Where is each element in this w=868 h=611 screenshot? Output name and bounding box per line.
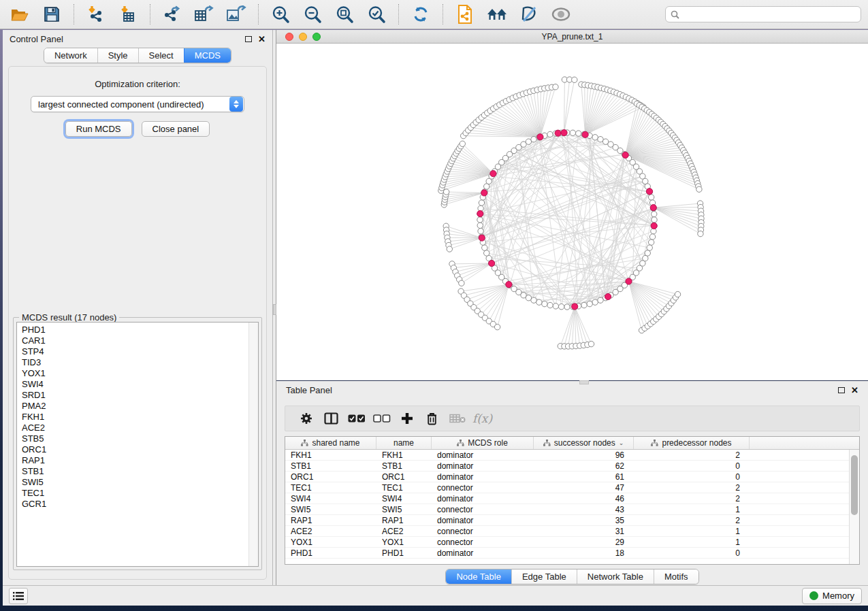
float-panel-icon[interactable] [245, 35, 252, 44]
network-from-file-button[interactable] [452, 3, 478, 26]
column-header-name[interactable]: name [376, 437, 432, 449]
cell-shared-name[interactable]: STB1 [285, 461, 376, 471]
mcds-hub-node[interactable] [477, 210, 483, 216]
mcds-result-item[interactable]: SRD1 [22, 390, 258, 401]
cell-predecessor-nodes[interactable]: 2 [634, 482, 750, 493]
mcds-hub-node[interactable] [489, 260, 495, 266]
first-neighbors-button[interactable] [484, 3, 510, 26]
cell-successor-nodes[interactable]: 46 [534, 493, 634, 503]
table-row[interactable]: SWI5SWI5connector431 [285, 504, 849, 515]
cell-MCDS-role[interactable]: connector [432, 537, 534, 547]
mcds-result-item[interactable]: ACE2 [22, 423, 258, 433]
ring-node[interactable] [526, 139, 531, 144]
cell-successor-nodes[interactable]: 43 [534, 504, 634, 514]
cell-predecessor-nodes[interactable]: 1 [634, 537, 750, 547]
window-close-icon[interactable] [285, 33, 293, 41]
cell-shared-name[interactable]: SWI5 [285, 504, 376, 514]
cell-shared-name[interactable]: PHD1 [285, 548, 376, 558]
cell-name[interactable]: TEC1 [376, 482, 432, 493]
cell-predecessor-nodes[interactable]: 2 [634, 515, 750, 525]
split-columns-button[interactable] [319, 408, 344, 429]
cell-MCDS-role[interactable]: dominator [432, 493, 534, 503]
satellite-node[interactable] [443, 189, 449, 195]
ring-node[interactable] [536, 299, 542, 305]
cell-predecessor-nodes[interactable]: 2 [634, 493, 750, 503]
table-row[interactable]: FKH1FKH1dominator962 [285, 450, 849, 461]
mcds-result-item[interactable]: ORC1 [22, 444, 258, 455]
unselect-all-columns-button[interactable] [369, 408, 394, 429]
cell-successor-nodes[interactable]: 47 [534, 482, 634, 493]
search-input[interactable] [683, 10, 856, 19]
cell-MCDS-role[interactable]: connector [432, 504, 534, 514]
cell-name[interactable]: SWI5 [376, 504, 432, 514]
search-box[interactable] [665, 6, 861, 22]
close-panel-icon[interactable]: ✕ [258, 35, 266, 44]
ring-node[interactable] [598, 137, 603, 142]
mcds-result-item[interactable]: CAR1 [22, 335, 258, 346]
mcds-result-item[interactable]: STP4 [22, 346, 258, 357]
ring-node[interactable] [652, 217, 657, 222]
mcds-result-item[interactable]: TEC1 [22, 488, 258, 499]
cell-MCDS-role[interactable]: connector [432, 526, 534, 536]
add-column-button[interactable] [394, 408, 419, 429]
cell-shared-name[interactable]: RAP1 [285, 515, 376, 525]
table-row[interactable]: RAP1RAP1dominator352 [285, 515, 849, 526]
tab-motifs[interactable]: Motifs [654, 569, 698, 584]
table-row[interactable]: TEC1TEC1connector472 [285, 482, 849, 493]
settings-gear-button[interactable] [293, 408, 319, 429]
ring-node[interactable] [547, 302, 553, 308]
ring-node[interactable] [587, 301, 592, 306]
ring-node[interactable] [645, 250, 650, 256]
zoom-out-button[interactable] [300, 3, 325, 26]
mcds-hub-node[interactable] [506, 282, 512, 288]
mcds-result-item[interactable]: FKH1 [22, 412, 258, 423]
ring-node[interactable] [649, 234, 655, 240]
table-body[interactable]: FKH1FKH1dominator962STB1STB1dominator620… [285, 450, 849, 564]
ring-node[interactable] [553, 303, 558, 309]
close-panel-button[interactable]: Close panel [142, 121, 210, 137]
network-canvas[interactable] [276, 44, 868, 380]
ring-node[interactable] [484, 184, 489, 189]
result-list-scrollbar[interactable] [248, 323, 258, 566]
ring-node[interactable] [484, 250, 489, 256]
cell-name[interactable]: YOX1 [376, 537, 432, 547]
cell-shared-name[interactable]: SWI4 [285, 493, 376, 503]
cell-name[interactable]: RAP1 [376, 515, 432, 525]
satellite-node[interactable] [553, 84, 558, 90]
cell-name[interactable]: ACE2 [376, 526, 432, 536]
satellite-node[interactable] [572, 77, 577, 82]
memory-button[interactable]: Memory [802, 588, 862, 604]
mcds-hub-node[interactable] [490, 171, 496, 177]
run-mcds-button[interactable]: Run MCDS [65, 121, 132, 137]
satellite-node[interactable] [447, 246, 452, 252]
cell-successor-nodes[interactable]: 18 [534, 548, 634, 558]
open-file-button[interactable] [7, 3, 33, 26]
mcds-hub-node[interactable] [537, 134, 543, 140]
ring-node[interactable] [643, 178, 648, 184]
mcds-hub-node[interactable] [481, 190, 487, 196]
mcds-result-item[interactable]: PMA2 [22, 401, 258, 412]
satellite-node[interactable] [696, 186, 702, 192]
ring-node[interactable] [479, 200, 484, 205]
tab-style[interactable]: Style [97, 48, 138, 63]
ring-node[interactable] [482, 245, 487, 250]
mcds-hub-node[interactable] [561, 129, 567, 135]
select-all-columns-button[interactable] [344, 408, 369, 429]
tab-select[interactable]: Select [138, 48, 184, 63]
ring-node[interactable] [547, 131, 553, 137]
mcds-result-item[interactable]: PHD1 [22, 325, 258, 335]
mcds-hub-node[interactable] [626, 278, 632, 284]
zoom-selected-button[interactable] [364, 3, 389, 26]
ring-node[interactable] [478, 229, 483, 234]
mcds-hub-node[interactable] [651, 222, 657, 229]
hide-graphics-details-button[interactable] [516, 3, 542, 26]
cell-shared-name[interactable]: ACE2 [285, 526, 376, 536]
cell-name[interactable]: ORC1 [376, 472, 432, 482]
show-graphics-details-button[interactable] [548, 3, 574, 26]
tab-network-table[interactable]: Network Table [577, 569, 654, 584]
cell-successor-nodes[interactable]: 62 [534, 461, 634, 471]
mcds-result-item[interactable]: GCR1 [22, 499, 258, 510]
cell-predecessor-nodes[interactable]: 2 [634, 450, 750, 460]
cell-shared-name[interactable]: ORC1 [285, 472, 376, 482]
tab-network[interactable]: Network [44, 48, 97, 63]
